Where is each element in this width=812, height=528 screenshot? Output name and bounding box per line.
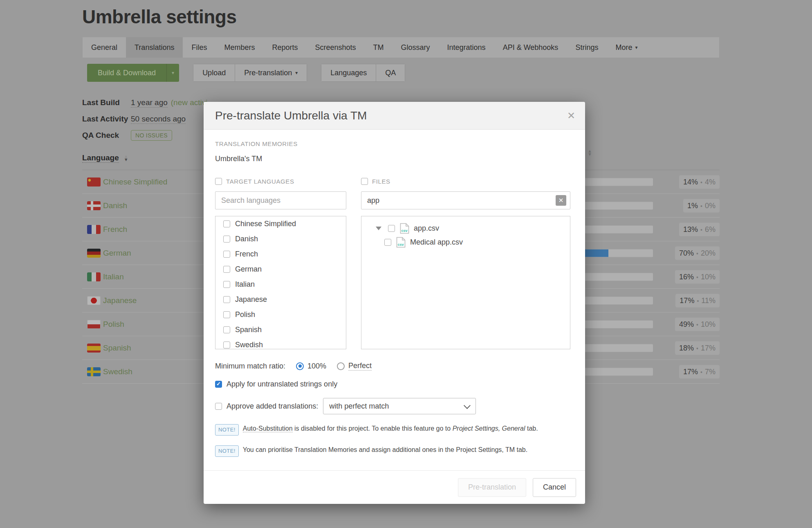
- flag-icon: [87, 367, 101, 376]
- files-filter-input[interactable]: [366, 196, 565, 205]
- progress-percentages: 18%•17%: [675, 341, 720, 355]
- language-checkbox[interactable]: [223, 326, 230, 333]
- language-link[interactable]: Swedish: [103, 367, 132, 376]
- language-option-label: Spanish: [235, 326, 262, 334]
- upload-label: Upload: [202, 69, 226, 77]
- language-checkbox[interactable]: [223, 266, 230, 273]
- language-column-header[interactable]: Language: [82, 153, 119, 163]
- files-label: FILES: [372, 178, 390, 185]
- language-search-box: [215, 191, 346, 209]
- flag-icon: [87, 272, 101, 281]
- clear-filter-icon[interactable]: ✕: [556, 195, 566, 206]
- language-checkbox[interactable]: [223, 251, 230, 258]
- language-link[interactable]: Chinese Simplified: [103, 177, 167, 186]
- language-link[interactable]: Japanese: [103, 296, 137, 305]
- qa-button[interactable]: QA: [376, 64, 405, 82]
- sort-icon[interactable]: ▲▼: [124, 155, 128, 161]
- file-checkbox[interactable]: [388, 225, 395, 232]
- progress-sort-icon[interactable]: ▲▼: [588, 149, 592, 156]
- match-perfect-radio[interactable]: [337, 362, 345, 370]
- languages-qa-group: Languages QA: [321, 64, 405, 82]
- language-option-label: Italian: [235, 280, 255, 289]
- tab-label: API & Webhooks: [503, 43, 559, 52]
- files-select-all-checkbox[interactable]: [361, 178, 368, 185]
- language-checkbox[interactable]: [223, 311, 230, 318]
- build-download-button[interactable]: Build & Download ▾: [87, 64, 179, 82]
- dot-separator: •: [700, 226, 702, 233]
- note-text: is disabled for this project. To enable …: [293, 425, 453, 432]
- last-activity-link[interactable]: 50 seconds ago: [131, 115, 186, 124]
- progress-percentages: 14%•4%: [679, 175, 720, 189]
- file-checkbox[interactable]: [384, 239, 391, 246]
- language-checkbox[interactable]: [223, 236, 230, 243]
- tab-members[interactable]: Members: [215, 37, 263, 58]
- tab-screenshots[interactable]: Screenshots: [306, 37, 364, 58]
- last-build-link[interactable]: 1 year ago: [131, 98, 168, 108]
- list-item: Spanish: [215, 322, 346, 337]
- languages-listbox[interactable]: Chinese Simplified Danish French German …: [215, 216, 346, 349]
- build-download-caret[interactable]: ▾: [166, 64, 179, 82]
- apply-untranslated-checkbox[interactable]: [215, 381, 222, 388]
- tab-reports[interactable]: Reports: [263, 37, 306, 58]
- progress-percentages: 1%•0%: [683, 199, 720, 212]
- target-languages-panel: TARGET LANGUAGES Chinese Simplified Dani…: [215, 177, 346, 349]
- language-link[interactable]: Spanish: [103, 344, 131, 353]
- cancel-button[interactable]: Cancel: [533, 478, 576, 497]
- note-badge: NOTE!: [215, 424, 239, 436]
- tree-collapse-icon[interactable]: [376, 227, 381, 230]
- flag-icon: [87, 201, 101, 210]
- language-checkbox[interactable]: [223, 220, 230, 227]
- upload-button[interactable]: Upload: [193, 64, 235, 82]
- language-link[interactable]: Danish: [103, 201, 127, 210]
- tab-label: Strings: [575, 43, 598, 52]
- tab-more[interactable]: More▾: [607, 37, 646, 58]
- chevron-down-icon: ▾: [635, 45, 637, 50]
- search-languages-input[interactable]: [220, 196, 341, 205]
- language-link[interactable]: French: [103, 225, 127, 234]
- note-auto-substitution: NOTE! Auto-Substitution is disabled for …: [215, 424, 574, 436]
- dot-separator: •: [700, 179, 702, 185]
- languages-button[interactable]: Languages: [321, 64, 376, 82]
- auto-substitution-link[interactable]: Auto-Substitution: [243, 425, 293, 432]
- language-checkbox[interactable]: [223, 281, 230, 288]
- translated-percent: 17%: [680, 296, 694, 304]
- language-link[interactable]: German: [103, 249, 131, 258]
- tab-tm[interactable]: TM: [365, 37, 393, 58]
- match-ratio-label: Minimum match ratio:: [215, 362, 285, 371]
- tab-label: TM: [373, 43, 384, 52]
- flag-icon: [87, 177, 101, 186]
- progress-percentages: 13%•6%: [679, 222, 720, 236]
- upload-pretranslation-group: Upload Pre-translation▾: [193, 64, 307, 82]
- approved-percent: 4%: [705, 177, 716, 186]
- pre-translation-label: Pre-translation: [244, 69, 292, 77]
- language-checkbox[interactable]: [223, 342, 230, 348]
- match-100-radio[interactable]: [296, 362, 304, 370]
- pre-translation-submit-button[interactable]: Pre-translation: [458, 478, 526, 497]
- files-tree[interactable]: csv app.csv csv Medical app.csv: [361, 216, 570, 349]
- language-checkbox[interactable]: [223, 296, 230, 303]
- dot-separator: •: [696, 321, 698, 328]
- target-languages-select-all-checkbox[interactable]: [215, 178, 222, 185]
- progress-percentages: 17%•11%: [675, 294, 720, 307]
- tab-api-webhooks[interactable]: API & Webhooks: [494, 37, 567, 58]
- tab-general[interactable]: General: [83, 37, 126, 58]
- tab-translations[interactable]: Translations: [126, 37, 183, 58]
- translated-percent: 70%: [679, 249, 694, 257]
- file-name: app.csv: [414, 224, 439, 233]
- pre-translation-menu-button[interactable]: Pre-translation▾: [235, 64, 307, 82]
- build-download-label: Build & Download: [87, 64, 166, 82]
- qa-status-badge[interactable]: NO ISSUES: [131, 130, 172, 141]
- modal-footer: Pre-translation Cancel: [204, 470, 585, 504]
- close-icon[interactable]: ✕: [567, 111, 575, 121]
- tab-integrations[interactable]: Integrations: [439, 37, 494, 58]
- flag-icon: [87, 320, 101, 329]
- page-title: Umbrella settings: [82, 0, 720, 28]
- language-link[interactable]: Italian: [103, 272, 124, 281]
- tab-files[interactable]: Files: [183, 37, 215, 58]
- language-link[interactable]: Polish: [103, 320, 124, 329]
- approve-translations-checkbox[interactable]: [215, 403, 222, 410]
- tab-strings[interactable]: Strings: [567, 37, 607, 58]
- match-perfect-label[interactable]: Perfect: [348, 362, 372, 371]
- approve-match-select[interactable]: with perfect match: [323, 398, 476, 414]
- tab-glossary[interactable]: Glossary: [393, 37, 439, 58]
